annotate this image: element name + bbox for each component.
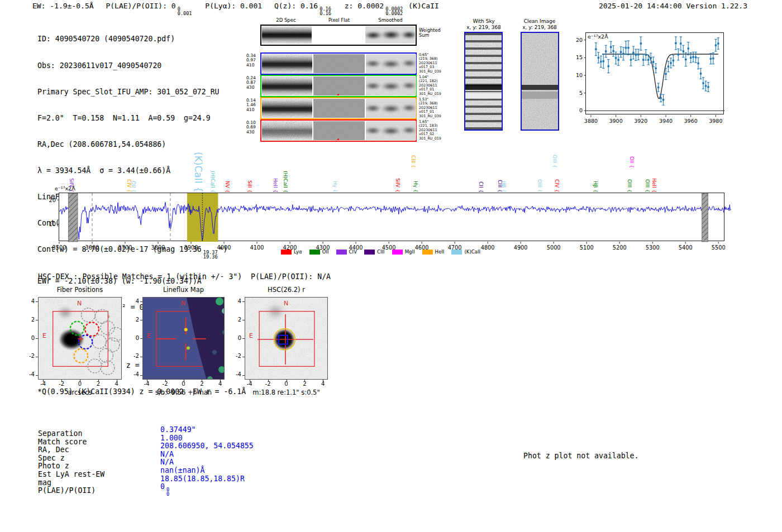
match-row-label: RA, Dec [38,446,160,454]
match-row-value: N/A [160,450,174,459]
match-row-label: P(LAE)/P(OII) [38,487,160,495]
axis-tick-mark [36,301,38,302]
legend-label: (K)CaII [464,249,480,255]
axis-tick-label: -2 [228,353,241,359]
catalog-match-table: Separation0.37449"Match score1.000RA, De… [38,430,254,495]
match-row-label: Match score [38,438,160,447]
axis-tick-mark [98,380,99,382]
qz-value: 0.16 [301,2,318,10]
z-value: 0.0002 [357,2,384,10]
plya-value: P(Lyα): 0.001 [205,2,262,10]
compass-north: N [284,300,288,307]
line-label-nv: NV { [225,181,230,193]
compass-east: E [147,332,151,339]
spec2d-cell [262,76,312,95]
line-label-oii: OII { [629,156,635,168]
photz-note: Phot z plot not available. [523,452,638,460]
svg-text:5500: 5500 [712,245,726,251]
fiber-positions-title: Fiber Positions [38,286,122,294]
legend-label: CIV [349,249,357,255]
line-label-h: Hβ { [501,181,507,193]
compass-east: E [42,332,46,339]
summary-line-contw: Cont(w) = 8.70(±0.02)e-17 (gmag 19.3619.… [37,245,246,259]
with-sky-image [464,32,503,131]
axis-tick-label: 4 [228,298,241,304]
match-row-value: nan(±nan)Å [160,467,204,475]
svg-text:5000: 5000 [547,245,561,251]
legend-item-oii: OII [309,249,329,255]
legend-swatch [309,250,320,255]
summary-line-primary: Primary Spec_Slot_IFU_AMP: 301_052_072_R… [37,88,246,97]
svg-text:5200: 5200 [613,245,627,251]
spec2d-cell [262,54,312,73]
with-sky-title: With Skyx, y: 219, 368 [459,18,509,31]
legend-swatch [281,250,292,255]
axis-tick-mark [36,357,38,357]
line-label-oii: OII { [131,181,136,193]
legend-label: MgII [405,249,415,255]
weighted-smoothed-image [365,26,415,44]
axis-tick-mark [36,375,38,376]
flat-marker-icon: ▲ [337,137,340,140]
hsc-image-panel: N E [245,297,328,380]
axis-tick-mark [80,380,80,382]
svg-text:3920: 3920 [634,118,647,124]
spectrum-flux-units-annotation: e⁻¹⁷x2Å [55,185,75,191]
fiber-positions-xlabel: arcsecs [38,389,122,396]
pixelflat-cell [313,54,365,73]
svg-text:15: 15 [576,54,583,60]
svg-text:3940: 3940 [659,118,673,124]
legend-item-kcaii: (K)CaII [451,249,480,255]
svg-text:3900: 3900 [609,118,623,124]
lineflux-map-xlabel: s/b: -9.56 +/- nan [142,389,225,396]
pixelflat-cell: ▲ [313,121,365,140]
axis-tick-mark [43,380,44,382]
plae-poii-label: P(LAE)/P(OII): [106,2,167,10]
compass-north: N [181,300,185,307]
line-label-oiii: OIII { [537,179,542,193]
spec2d-row-left-labels: 0.340.97410 [246,54,260,68]
line-label-oiii: OIII { [627,179,632,193]
svg-text:10: 10 [576,72,583,78]
axis-tick-mark [117,380,117,382]
summary-line-id: ID: 4090540720 (4090540720.pdf) [37,35,246,44]
line-label-hcaii: (H)CaII { [210,171,216,193]
svg-text:4100: 4100 [250,245,264,251]
axis-tick-label: 0 [21,335,35,341]
svg-text:4900: 4900 [514,245,528,251]
axis-tick-label: -2 [21,353,35,359]
legend-label: HeII [435,249,445,255]
line-label-ciii: CIII { [411,155,416,168]
svg-text:3960: 3960 [684,118,698,124]
line-label-siii: SiII { [247,180,252,193]
match-row-ra--dec: RA, Dec208.606950, 54.054855 [38,446,254,454]
col-header-pixelflat: Pixel Flat [313,17,365,23]
spec2d-row [260,97,417,119]
full-spectrum-plot: 3500360037003800390040004100420043004400… [59,193,724,241]
line-label-oiii: OIII { [552,155,557,168]
axis-tick-mark [242,375,245,376]
match-row-label: Separation [38,430,160,438]
svg-text:3700: 3700 [118,245,132,251]
line-label-kcaii: (K)CaII { [196,152,201,193]
axis-tick-mark [140,338,142,339]
classification-label: (K)CaII [408,2,439,10]
gmag-range: 19.3719.36 [203,251,218,259]
axis-tick-mark [250,380,250,382]
line-label-h: Hγ { [332,181,338,193]
flat-marker-icon: ▲ [337,92,340,95]
axis-tick-mark [287,380,287,382]
match-row-label: Est LyA rest-EW [38,471,160,479]
legend-item-heii: HeII [422,249,445,255]
plae-poii-range: 00.001 [178,7,192,16]
svg-text:4800: 4800 [481,245,495,251]
hsc-image-title: HSC(26.2) r [245,286,328,294]
axis-tick-mark [36,320,38,320]
weighted-sum-label: Weighted Sum [419,28,445,39]
lineflux-map-title: Lineflux Map [142,286,225,294]
lineflux-overlay-svg [143,298,224,379]
line-label-cii: CII { [478,181,484,193]
axis-tick-mark [165,380,166,382]
smoothed-cell [366,76,416,95]
svg-text:3600: 3600 [85,245,99,251]
